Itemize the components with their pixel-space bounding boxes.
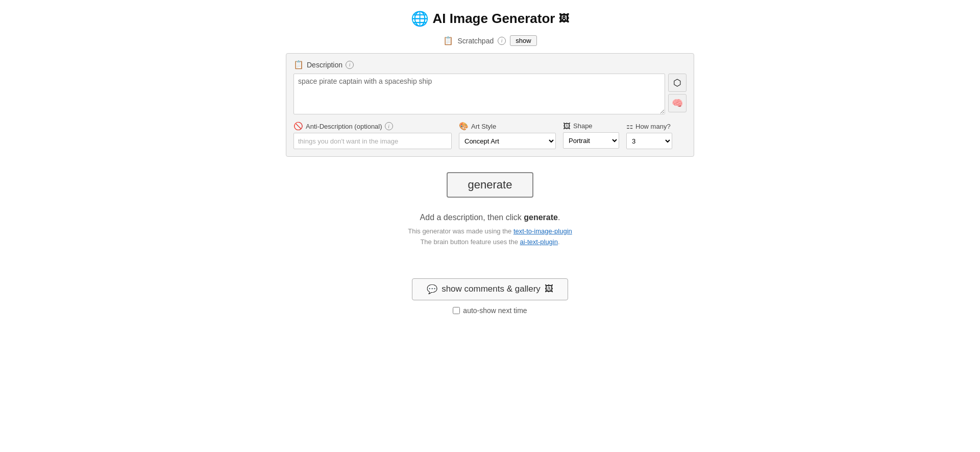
description-header-icon: 📋 <box>293 60 304 69</box>
description-info-icon[interactable]: i <box>346 61 354 69</box>
art-style-label: Art Style <box>471 123 496 130</box>
how-many-group: ⚏ How many? 1 2 3 4 5 <box>626 122 672 149</box>
shape-group: 🖼 Shape Portrait Landscape Square <box>563 122 619 149</box>
scratchpad-show-button[interactable]: show <box>510 35 536 46</box>
anti-description-icon: 🚫 <box>293 122 303 131</box>
anti-description-label: Anti-Description (optional) <box>306 123 382 130</box>
scratchpad-icon: 📋 <box>443 36 453 45</box>
auto-show-row: auto-show next time <box>453 306 527 315</box>
info-sub-line2-start: The brain button feature uses the <box>420 238 520 246</box>
how-many-icon: ⚏ <box>626 122 633 131</box>
scratchpad-row: 📋 Scratchpad i show <box>443 35 536 46</box>
description-header: 📋 Description i <box>293 60 687 69</box>
info-main-text-end: . <box>558 213 560 222</box>
info-main-text-bold: generate <box>524 213 558 222</box>
how-many-label: How many? <box>635 123 671 130</box>
shape-label-row: 🖼 Shape <box>563 122 619 130</box>
shape-label: Shape <box>573 122 593 130</box>
page-title: AI Image Generator <box>433 11 555 27</box>
description-label: Description <box>307 61 342 69</box>
globe-icon: 🌐 <box>411 10 429 27</box>
scratchpad-label: Scratchpad <box>457 37 494 45</box>
shape-icon: 🖼 <box>563 122 571 130</box>
generate-button[interactable]: generate <box>447 172 534 198</box>
art-style-group: 🎨 Art Style Concept Art Photorealistic A… <box>459 122 556 149</box>
info-sub-line2-end: . <box>558 238 560 246</box>
anti-description-input[interactable] <box>293 133 452 149</box>
info-main-text-start: Add a description, then click <box>420 213 524 222</box>
art-style-label-row: 🎨 Art Style <box>459 122 556 131</box>
comments-gallery-image-icon: 🖼 <box>545 284 553 294</box>
anti-description-info-icon[interactable]: i <box>385 122 393 130</box>
options-row: 🚫 Anti-Description (optional) i 🎨 Art St… <box>293 122 687 149</box>
page-image-icon: 🖼 <box>559 13 569 25</box>
info-sub-line1-start: This generator was made using the <box>408 227 513 235</box>
page-title-row: 🌐 AI Image Generator 🖼 <box>411 10 570 27</box>
scratchpad-info-icon[interactable]: i <box>498 37 506 45</box>
art-style-select[interactable]: Concept Art Photorealistic Anime Oil Pai… <box>459 133 556 149</box>
side-buttons: ⬡ 🧠 <box>668 74 687 112</box>
info-main-text: Add a description, then click generate. <box>420 213 560 222</box>
info-section: Add a description, then click generate. … <box>408 213 572 248</box>
art-style-icon: 🎨 <box>459 122 469 131</box>
how-many-select[interactable]: 1 2 3 4 5 <box>626 133 672 149</box>
dice-button[interactable]: ⬡ <box>668 74 687 92</box>
anti-description-group: 🚫 Anti-Description (optional) i <box>293 122 452 149</box>
comments-chat-icon: 💬 <box>427 284 437 295</box>
brain-button[interactable]: 🧠 <box>668 94 687 112</box>
text-to-image-plugin-link[interactable]: text-to-image-plugin <box>513 227 572 235</box>
comments-gallery-label: show comments & gallery <box>442 284 541 294</box>
info-sub-text: This generator was made using the text-t… <box>408 226 572 248</box>
description-textarea[interactable] <box>293 74 665 114</box>
generate-section: generate <box>447 172 534 198</box>
shape-select[interactable]: Portrait Landscape Square <box>563 132 619 149</box>
description-area-wrapper: ⬡ 🧠 <box>293 74 687 114</box>
auto-show-label: auto-show next time <box>463 306 527 315</box>
auto-show-checkbox[interactable] <box>453 307 460 314</box>
comments-gallery-button[interactable]: 💬 show comments & gallery 🖼 <box>412 278 568 300</box>
anti-description-label-row: 🚫 Anti-Description (optional) i <box>293 122 452 131</box>
ai-text-plugin-link[interactable]: ai-text-plugin <box>520 238 558 246</box>
how-many-label-row: ⚏ How many? <box>626 122 672 131</box>
main-card: 📋 Description i ⬡ 🧠 🚫 Anti-Description (… <box>286 53 694 157</box>
